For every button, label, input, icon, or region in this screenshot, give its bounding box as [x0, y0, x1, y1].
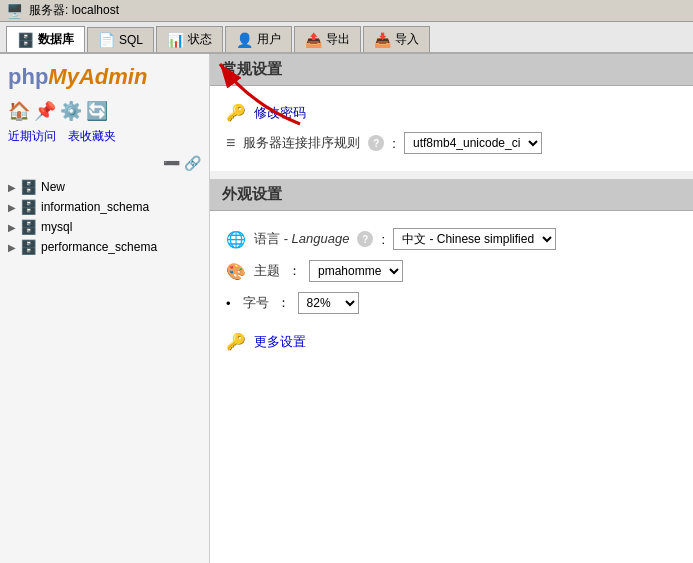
general-settings-header: 常规设置 [210, 54, 693, 86]
tab-status[interactable]: 📊 状态 [156, 26, 223, 52]
content-area: 常规设置 🔑 修改密码 ≡ 服务器连接排序规则 ? : utf8mb4_unic… [210, 54, 693, 563]
recent-link[interactable]: 近期访问 [8, 128, 56, 145]
tab-import[interactable]: 📥 导入 [363, 26, 430, 52]
tab-database[interactable]: 🗄️ 数据库 [6, 26, 85, 52]
db-icon-info: 🗄️ [20, 199, 37, 215]
db-item-new[interactable]: ▶ 🗄️ New [4, 177, 205, 197]
favorites-link[interactable]: 表收藏夹 [68, 128, 116, 145]
sidebar-nav-links: 近期访问 表收藏夹 [4, 126, 205, 153]
appearance-settings-header: 外观设置 [210, 179, 693, 211]
font-size-row: • 字号 ： 82% 90% 100% 110% 120% [226, 287, 677, 319]
expander-perf: ▶ [8, 242, 16, 253]
db-name-mysql: mysql [41, 220, 72, 234]
tab-sql[interactable]: 📄 SQL [87, 27, 154, 52]
nav-tabs: 🗄️ 数据库 📄 SQL 📊 状态 👤 用户 📤 导出 📥 导入 [0, 22, 693, 54]
bullet-icon: • [226, 296, 231, 311]
database-icon: 🗄️ [17, 32, 34, 48]
theme-icon: 🎨 [226, 262, 246, 281]
general-settings-title: 常规设置 [222, 60, 282, 77]
tab-status-label: 状态 [188, 31, 212, 48]
logo-myadmin: MyAdmin [48, 64, 147, 89]
general-settings-body: 🔑 修改密码 ≡ 服务器连接排序规则 ? : utf8mb4_unicode_c… [210, 86, 693, 171]
title-text: 服务器: localhost [29, 2, 119, 19]
tab-users-label: 用户 [257, 31, 281, 48]
database-tree: ▶ 🗄️ New ▶ 🗄️ information_schema ▶ 🗄️ my… [4, 177, 205, 257]
tab-sql-label: SQL [119, 33, 143, 47]
expander-mysql: ▶ [8, 222, 16, 233]
collation-colon: : [392, 136, 396, 151]
import-icon: 📥 [374, 32, 391, 48]
collation-select[interactable]: utf8mb4_unicode_ci utf8_general_ci latin… [404, 132, 542, 154]
more-settings-icon: 🔑 [226, 332, 246, 351]
appearance-settings-section: 外观设置 🌐 语言 - Language ? : 中文 - Chinese si… [210, 179, 693, 368]
collation-icon: ≡ [226, 134, 235, 152]
font-size-select[interactable]: 82% 90% 100% 110% 120% [298, 292, 359, 314]
tab-export[interactable]: 📤 导出 [294, 26, 361, 52]
more-settings-link[interactable]: 更多设置 [254, 333, 306, 351]
sidebar-logo: phpMyAdmin [4, 58, 205, 96]
tab-database-label: 数据库 [38, 31, 74, 48]
password-icon: 🔑 [226, 103, 246, 122]
db-name-new: New [41, 180, 65, 194]
language-select[interactable]: 中文 - Chinese simplified English Deutsch … [393, 228, 556, 250]
collation-info-icon[interactable]: ? [368, 135, 384, 151]
language-label: 语言 - Language [254, 230, 349, 248]
appearance-settings-title: 外观设置 [222, 185, 282, 202]
tab-import-label: 导入 [395, 31, 419, 48]
language-colon: : [381, 232, 385, 247]
sidebar-icon-bar: 🏠 📌 ⚙️ 🔄 [4, 96, 205, 126]
export-icon: 📤 [305, 32, 322, 48]
main-layout: phpMyAdmin 🏠 📌 ⚙️ 🔄 近期访问 表收藏夹 ➖ 🔗 ▶ 🗄️ N… [0, 54, 693, 563]
theme-select[interactable]: pmahomme original [309, 260, 403, 282]
expand-icon[interactable]: 🔗 [184, 155, 201, 171]
db-item-mysql[interactable]: ▶ 🗄️ mysql [4, 217, 205, 237]
db-icon-mysql: 🗄️ [20, 219, 37, 235]
more-settings-row: 🔑 更多设置 [226, 327, 677, 356]
refresh-icon[interactable]: 🔄 [86, 100, 108, 122]
appearance-settings-body: 🌐 语言 - Language ? : 中文 - Chinese simplif… [210, 211, 693, 368]
db-icon-perf: 🗄️ [20, 239, 37, 255]
status-icon: 📊 [167, 32, 184, 48]
font-size-label: 字号 [243, 294, 269, 312]
users-icon: 👤 [236, 32, 253, 48]
db-item-performance-schema[interactable]: ▶ 🗄️ performance_schema [4, 237, 205, 257]
bookmark-icon[interactable]: 📌 [34, 100, 56, 122]
collation-row: ≡ 服务器连接排序规则 ? : utf8mb4_unicode_ci utf8_… [226, 127, 677, 159]
change-password-link[interactable]: 修改密码 [254, 104, 306, 122]
db-icon-new: 🗄️ [20, 179, 37, 195]
collation-label: 服务器连接排序规则 [243, 134, 360, 152]
change-password-row: 🔑 修改密码 [226, 98, 677, 127]
expander-info: ▶ [8, 202, 16, 213]
language-info-icon[interactable]: ? [357, 231, 373, 247]
db-name-perf: performance_schema [41, 240, 157, 254]
tab-users[interactable]: 👤 用户 [225, 26, 292, 52]
logo-php: php [8, 64, 48, 89]
settings-icon[interactable]: ⚙️ [60, 100, 82, 122]
db-item-information-schema[interactable]: ▶ 🗄️ information_schema [4, 197, 205, 217]
theme-colon: ： [288, 262, 301, 280]
language-icon: 🌐 [226, 230, 246, 249]
tab-export-label: 导出 [326, 31, 350, 48]
home-icon[interactable]: 🏠 [8, 100, 30, 122]
sidebar-toolbar: ➖ 🔗 [4, 153, 205, 173]
title-bar: 🖥️ 服务器: localhost [0, 0, 693, 22]
section-separator [210, 171, 693, 179]
theme-row: 🎨 主题 ： pmahomme original [226, 255, 677, 287]
expander-new: ▶ [8, 182, 16, 193]
theme-label: 主题 [254, 262, 280, 280]
collapse-icon[interactable]: ➖ [163, 155, 180, 171]
language-row: 🌐 语言 - Language ? : 中文 - Chinese simplif… [226, 223, 677, 255]
general-settings-section: 常规设置 🔑 修改密码 ≡ 服务器连接排序规则 ? : utf8mb4_unic… [210, 54, 693, 171]
sidebar: phpMyAdmin 🏠 📌 ⚙️ 🔄 近期访问 表收藏夹 ➖ 🔗 ▶ 🗄️ N… [0, 54, 210, 563]
sql-icon: 📄 [98, 32, 115, 48]
db-name-info: information_schema [41, 200, 149, 214]
font-size-colon: ： [277, 294, 290, 312]
server-icon: 🖥️ [6, 3, 23, 19]
